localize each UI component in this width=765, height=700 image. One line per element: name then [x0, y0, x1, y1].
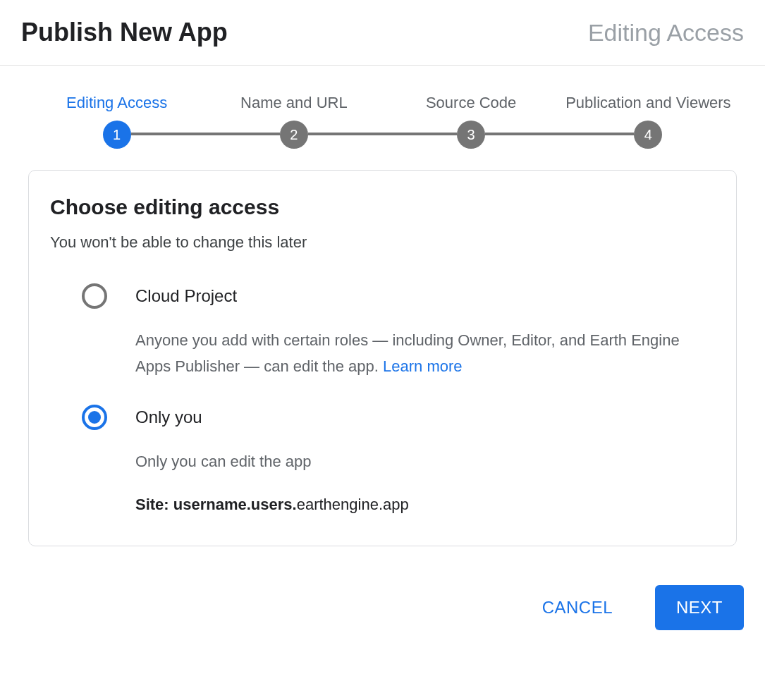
step-circle: 2	[280, 121, 308, 149]
step-label: Editing Access	[66, 94, 167, 112]
step-circle: 1	[103, 121, 131, 149]
stepper-line	[485, 133, 634, 135]
option-body: Cloud Project Anyone you add with certai…	[135, 283, 715, 380]
option-only-you[interactable]: Only you Only you can edit the app Site:…	[50, 405, 715, 514]
option-cloud-project[interactable]: Cloud Project Anyone you add with certai…	[50, 283, 715, 380]
site-domain: earthengine.app	[297, 496, 409, 513]
step-circle: 3	[457, 121, 485, 149]
card-subtitle: You won't be able to change this later	[50, 233, 715, 252]
stepper: Editing Access 1 Name and URL 2 Source C…	[0, 66, 765, 149]
radio-only-you[interactable]	[82, 405, 107, 430]
step-source-code[interactable]: Source Code 3	[383, 94, 560, 149]
radio-inner-icon	[88, 411, 101, 424]
stepper-line	[308, 133, 457, 135]
editing-access-card: Choose editing access You won't be able …	[28, 170, 737, 546]
step-editing-access[interactable]: Editing Access 1	[28, 94, 205, 149]
dialog-step-name: Editing Access	[588, 19, 744, 47]
site-label: Site:	[135, 496, 173, 513]
cancel-button[interactable]: CANCEL	[521, 585, 634, 630]
option-title: Only you	[135, 407, 715, 427]
stepper-line	[131, 133, 280, 135]
learn-more-link[interactable]: Learn more	[383, 357, 463, 375]
next-button[interactable]: NEXT	[655, 585, 744, 630]
step-label: Source Code	[426, 94, 516, 112]
card-title: Choose editing access	[50, 195, 715, 219]
dialog-header: Publish New App Editing Access	[0, 0, 765, 66]
dialog-title: Publish New App	[21, 18, 228, 47]
publish-app-dialog: Publish New App Editing Access Editing A…	[0, 0, 765, 630]
dialog-footer: CANCEL NEXT	[0, 546, 765, 630]
option-body: Only you Only you can edit the app Site:…	[135, 405, 715, 514]
step-circle: 4	[634, 121, 662, 149]
site-line: Site: username.users.earthengine.app	[135, 496, 715, 514]
option-title: Cloud Project	[135, 286, 715, 306]
step-label: Publication and Viewers	[565, 94, 730, 112]
radio-cloud-project[interactable]	[82, 283, 107, 309]
option-description: Only you can edit the app	[135, 448, 715, 474]
option-description: Anyone you add with certain roles — incl…	[135, 327, 715, 380]
site-username: username.users.	[173, 496, 297, 513]
step-name-url[interactable]: Name and URL 2	[205, 94, 382, 149]
step-publication-viewers[interactable]: Publication and Viewers 4	[560, 94, 737, 149]
radio-outer-icon	[82, 283, 107, 309]
step-label: Name and URL	[240, 94, 348, 112]
